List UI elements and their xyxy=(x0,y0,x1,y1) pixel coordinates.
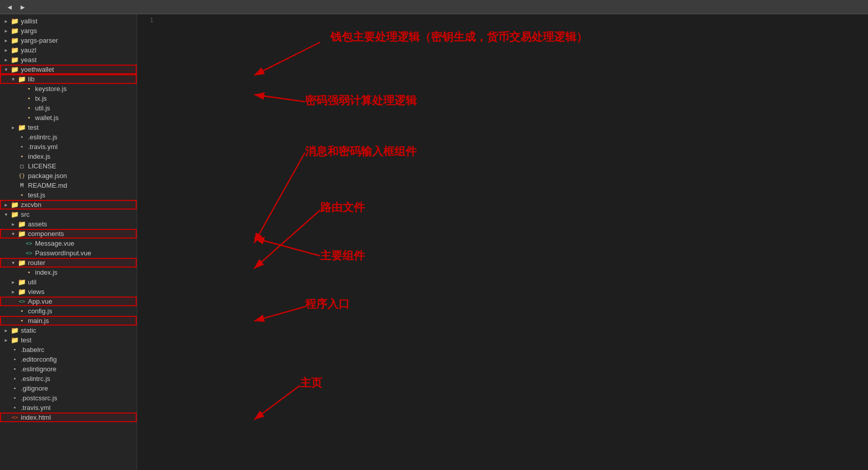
tree-item-label: yallist xyxy=(21,17,137,25)
tree-item-index.html[interactable]: <>index.html xyxy=(0,413,137,422)
tree-item-zxcvbn[interactable]: ►📁zxcvbn xyxy=(0,200,137,210)
tree-item-.travis.yml-root[interactable]: •.travis.yml xyxy=(0,403,137,413)
file-icon-file-js: • xyxy=(24,114,34,121)
tree-item-util.js[interactable]: •util.js xyxy=(0,103,137,113)
tree-item-config.js[interactable]: •config.js xyxy=(0,306,137,316)
tree-item-util[interactable]: ►📁util xyxy=(0,277,137,287)
tree-item-.babelrc[interactable]: •.babelrc xyxy=(0,345,137,355)
tree-item-label: views xyxy=(28,288,137,296)
file-icon-file-js: • xyxy=(17,192,26,198)
tree-item-yargs[interactable]: ►📁yargs xyxy=(0,26,137,36)
editor-content xyxy=(158,14,868,470)
tree-item-package.json[interactable]: {}package.json xyxy=(0,171,137,181)
tree-item-.eslintrc.js-root[interactable]: •.eslintrc.js xyxy=(0,374,137,384)
tree-item-.editorconfig[interactable]: •.editorconfig xyxy=(0,355,137,364)
folder-arrow: ► xyxy=(9,222,17,227)
nav-buttons[interactable]: ◄ ► xyxy=(4,3,28,11)
tree-item-label: tx.js xyxy=(35,95,137,102)
file-icon-file-html: <> xyxy=(10,414,19,421)
tree-item-Message.vue[interactable]: <>Message.vue xyxy=(0,239,137,248)
tree-item-keystore.js[interactable]: •keystore.js xyxy=(0,84,137,94)
tree-item-label: index.html xyxy=(21,414,137,421)
tree-item-label: Message.vue xyxy=(35,240,137,247)
tree-item-main.js[interactable]: •main.js xyxy=(0,316,137,326)
tree-item-yallist[interactable]: ►📁yallist xyxy=(0,16,137,26)
tree-item-label: .postcssrc.js xyxy=(21,394,137,402)
folder-arrow: ► xyxy=(2,48,10,53)
nav-left-button[interactable]: ◄ xyxy=(4,3,15,11)
file-icon-file-js: • xyxy=(17,153,26,160)
folder-arrow: ► xyxy=(9,125,17,130)
file-icon-file-js: • xyxy=(24,85,34,92)
tree-item-README.md[interactable]: MREADME.md xyxy=(0,181,137,190)
nav-right-button[interactable]: ► xyxy=(17,3,28,11)
folder-icon: 📁 xyxy=(17,278,26,286)
tree-item-LICENSE[interactable]: □LICENSE xyxy=(0,161,137,171)
file-icon-file-js: • xyxy=(24,269,34,276)
tree-item-label: LICENSE xyxy=(28,162,137,170)
tree-item-label: src xyxy=(21,211,137,218)
folder-icon: 📁 xyxy=(10,46,19,54)
file-icon-file-dot: • xyxy=(10,346,19,353)
tree-item-components[interactable]: ▼📁components xyxy=(0,229,137,239)
tree-item-assets[interactable]: ►📁assets xyxy=(0,219,137,229)
tree-item-yauzl[interactable]: ►📁yauzl xyxy=(0,45,137,55)
tree-item-yeast[interactable]: ►📁yeast xyxy=(0,55,137,65)
sidebar[interactable]: ►📁yallist►📁yargs►📁yargs-parser►📁yauzl►📁y… xyxy=(0,14,137,470)
tree-item-label: index.js xyxy=(28,153,137,160)
tree-item-src[interactable]: ▼📁src xyxy=(0,210,137,219)
file-icon-file-js: • xyxy=(24,95,34,102)
tree-item-.postcssrc.js[interactable]: •.postcssrc.js xyxy=(0,393,137,403)
tree-item-label: .travis.yml xyxy=(21,404,137,412)
tree-item-App.vue[interactable]: <>App.vue xyxy=(0,297,137,306)
tree-item-test[interactable]: ►📁test xyxy=(0,123,137,132)
tree-item-yargs-parser[interactable]: ►📁yargs-parser xyxy=(0,36,137,45)
tree-item-views[interactable]: ►📁views xyxy=(0,287,137,297)
folder-icon: 📁 xyxy=(17,124,26,131)
toolbar: ◄ ► xyxy=(0,0,868,14)
file-icon-file-dot: • xyxy=(10,404,19,411)
tree-item-tx.js[interactable]: •tx.js xyxy=(0,94,137,103)
editor-area: 1 xyxy=(137,14,868,470)
tree-item-index.js[interactable]: •index.js xyxy=(0,152,137,161)
folder-arrow: ▼ xyxy=(2,67,10,72)
tree-item-label: yargs-parser xyxy=(21,37,137,44)
tree-item-label: keystore.js xyxy=(35,85,137,93)
folder-arrow: ▼ xyxy=(9,231,17,237)
line-numbers: 1 xyxy=(137,14,158,24)
folder-arrow: ► xyxy=(2,38,10,43)
tree-item-.gitignore[interactable]: •.gitignore xyxy=(0,384,137,393)
folder-icon: 📁 xyxy=(17,288,26,296)
folder-icon: 📁 xyxy=(10,56,19,64)
tree-item-.eslintrc.js[interactable]: •.eslintrc.js xyxy=(0,132,137,142)
tree-item-label: config.js xyxy=(28,307,137,315)
folder-icon: 📁 xyxy=(10,211,19,218)
file-icon-file-json: {} xyxy=(17,172,26,179)
tree-item-static[interactable]: ►📁static xyxy=(0,326,137,335)
tree-item-lib[interactable]: ▼📁lib xyxy=(0,74,137,84)
tree-item-label: test xyxy=(21,336,137,344)
folder-arrow: ► xyxy=(2,57,10,63)
folder-icon: 📁 xyxy=(17,220,26,228)
folder-icon: 📁 xyxy=(17,230,26,238)
file-icon-file-dot: • xyxy=(10,395,19,401)
tree-item-label: components xyxy=(28,230,137,238)
tree-item-label: index.js xyxy=(35,269,137,276)
tree-item-.travis.yml[interactable]: •.travis.yml xyxy=(0,142,137,152)
folder-icon: 📁 xyxy=(10,336,19,344)
tree-item-test.js[interactable]: •test.js xyxy=(0,190,137,200)
tree-item-router-index.js[interactable]: •index.js xyxy=(0,268,137,277)
tree-item-PasswordInput.vue[interactable]: <>PasswordInput.vue xyxy=(0,248,137,258)
folder-arrow: ▼ xyxy=(9,260,17,266)
file-icon-file-dot: • xyxy=(10,356,19,363)
file-icon-file-dot: • xyxy=(10,385,19,392)
tree-item-.eslintignore[interactable]: •.eslintignore xyxy=(0,364,137,374)
tree-item-yoethwallet[interactable]: ▼📁yoethwallet xyxy=(0,65,137,74)
file-icon-file-md: M xyxy=(17,182,26,189)
tree-item-router[interactable]: ▼📁router xyxy=(0,258,137,268)
tree-item-test-root[interactable]: ►📁test xyxy=(0,335,137,345)
tree-item-label: main.js xyxy=(28,317,137,325)
tree-item-label: test xyxy=(28,124,137,131)
file-tree: ►📁yallist►📁yargs►📁yargs-parser►📁yauzl►📁y… xyxy=(0,14,137,424)
tree-item-wallet.js[interactable]: •wallet.js xyxy=(0,113,137,123)
